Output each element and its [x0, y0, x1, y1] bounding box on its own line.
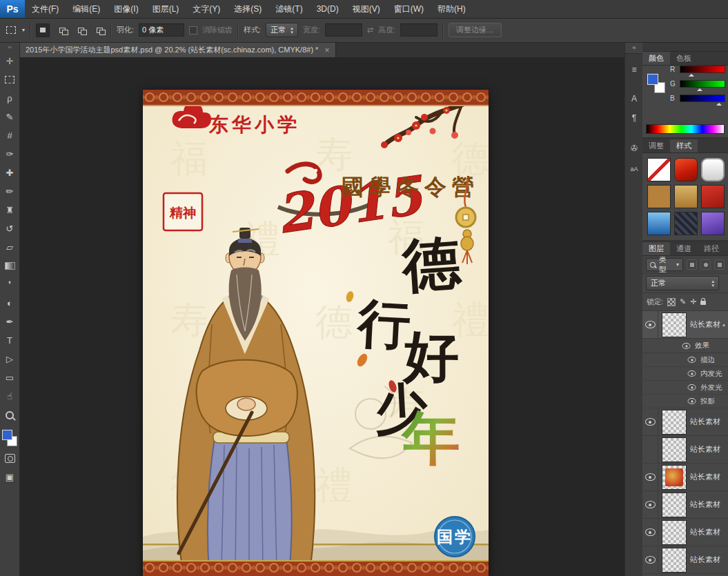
subtract-selection-button[interactable]: [75, 24, 87, 37]
effect-eye-icon[interactable]: [688, 398, 696, 404]
gradient-tool[interactable]: [1, 257, 19, 275]
effect-row-drop-shadow[interactable]: 投影: [642, 395, 728, 408]
effects-header-row[interactable]: 效果: [642, 339, 728, 353]
menu-file[interactable]: 文件(F): [25, 0, 66, 18]
menu-help[interactable]: 帮助(H): [431, 0, 473, 18]
visibility-toggle[interactable]: [642, 311, 658, 338]
red-slider-knob[interactable]: [689, 71, 694, 77]
effect-eye-icon[interactable]: [688, 384, 696, 390]
intersect-selection-button[interactable]: [93, 24, 106, 37]
visibility-toggle[interactable]: [642, 546, 658, 573]
tab-adjustments[interactable]: 调整: [642, 139, 670, 152]
layer-thumbnail[interactable]: [662, 548, 687, 573]
layer-row[interactable]: 站长素材: [642, 519, 728, 546]
green-slider-knob[interactable]: [697, 86, 702, 91]
visibility-toggle[interactable]: [642, 436, 658, 463]
menu-3d[interactable]: 3D(D): [310, 0, 346, 18]
tool-preset-caret-icon[interactable]: ▾: [22, 28, 25, 33]
style-swatch[interactable]: [647, 212, 671, 235]
feather-input[interactable]: 0 像素: [139, 23, 184, 37]
filter-pixel-layers-icon[interactable]: [687, 259, 697, 270]
visibility-toggle[interactable]: [642, 519, 658, 546]
blur-tool[interactable]: ❜: [1, 275, 19, 294]
style-swatch[interactable]: [674, 212, 698, 235]
layer-thumbnail[interactable]: [662, 312, 687, 337]
layer-row-hidden[interactable]: 站长素材: [642, 436, 728, 464]
lock-position-icon[interactable]: ✛: [690, 298, 696, 306]
layer-row[interactable]: 站长素材: [642, 491, 728, 519]
layer-thumbnail[interactable]: [662, 410, 687, 435]
menu-image[interactable]: 图像(I): [107, 0, 145, 18]
filter-adjustment-layers-icon[interactable]: [700, 259, 711, 270]
canvas-area[interactable]: 福 寿 德 禮 福 寿 德 禮 福 寿 德 禮: [19, 57, 624, 576]
menu-window[interactable]: 窗口(W): [387, 0, 431, 18]
layer-thumbnail[interactable]: [662, 465, 687, 490]
style-swatch[interactable]: [647, 185, 671, 208]
menu-view[interactable]: 视图(V): [346, 0, 387, 18]
zoom-tool[interactable]: [1, 406, 19, 424]
height-input[interactable]: [400, 23, 437, 37]
eraser-tool[interactable]: ▱: [1, 238, 19, 257]
tab-color[interactable]: 颜色: [642, 52, 670, 65]
visibility-toggle[interactable]: [642, 408, 658, 435]
filter-type-layers-icon[interactable]: [714, 259, 725, 270]
style-swatch[interactable]: [674, 158, 698, 181]
lock-transparency-icon[interactable]: [667, 298, 676, 306]
marquee-tool[interactable]: [1, 70, 19, 89]
history-brush-tool[interactable]: ↺: [1, 219, 19, 238]
effect-eye-icon[interactable]: [688, 370, 696, 377]
tab-channels[interactable]: 通道: [670, 242, 698, 255]
lock-pixels-icon[interactable]: ✎: [680, 298, 686, 306]
tab-paths[interactable]: 路径: [698, 242, 725, 255]
layer-thumbnail[interactable]: [662, 520, 687, 545]
antialias-checkbox[interactable]: [189, 26, 197, 34]
effect-row-outer-glow[interactable]: 外发光: [642, 381, 728, 395]
menu-select[interactable]: 选择(S): [227, 0, 268, 18]
crop-tool[interactable]: #: [1, 126, 19, 145]
lock-all-icon[interactable]: [700, 301, 706, 305]
blue-slider-knob[interactable]: [716, 100, 722, 106]
menu-filter[interactable]: 滤镜(T): [268, 0, 309, 18]
menu-edit[interactable]: 编辑(E): [66, 0, 107, 18]
character-panel-icon[interactable]: A: [627, 91, 642, 106]
dodge-tool[interactable]: ◐: [1, 294, 19, 312]
layer-row[interactable]: 站长素材 ▴: [642, 311, 728, 339]
green-slider[interactable]: [680, 80, 725, 88]
blue-slider[interactable]: [680, 95, 725, 102]
eyedropper-tool[interactable]: ✑: [1, 145, 19, 163]
expand-panels-button[interactable]: «: [625, 43, 643, 54]
effect-row-stroke[interactable]: 描边: [642, 353, 728, 367]
style-swatch-none[interactable]: [647, 158, 671, 181]
document-close-icon[interactable]: ×: [324, 46, 329, 55]
style-swatch[interactable]: [701, 212, 725, 235]
layer-row[interactable]: 站长素材: [642, 546, 728, 574]
new-selection-button[interactable]: [36, 23, 50, 37]
layer-row[interactable]: 站长素材: [642, 408, 728, 436]
visibility-toggle[interactable]: [642, 491, 658, 518]
effects-collapse-chevron-icon[interactable]: ▴: [722, 321, 725, 328]
blend-mode-select[interactable]: 正常 ▴▾: [646, 276, 719, 290]
move-tool[interactable]: ✛: [1, 52, 19, 70]
width-input[interactable]: [325, 23, 362, 37]
tab-swatches[interactable]: 色板: [670, 52, 698, 65]
pen-tool[interactable]: ✒: [1, 312, 19, 331]
swap-dimensions-icon[interactable]: ⇄: [367, 26, 373, 34]
tab-layers[interactable]: 图层: [642, 242, 670, 255]
effects-eye-icon[interactable]: [682, 343, 691, 349]
type-tool[interactable]: T: [1, 331, 19, 350]
style-select[interactable]: 正常 ▴▾: [266, 23, 298, 37]
clone-stamp-tool[interactable]: ♜: [1, 201, 19, 219]
document-tab[interactable]: 2015年小学国学活动主题psd素材.psd @ 20.2% (站长素材(sc.…: [19, 43, 336, 57]
healing-brush-tool[interactable]: ✚: [1, 163, 19, 182]
effect-eye-icon[interactable]: [688, 357, 696, 363]
foreground-color-swatch[interactable]: [2, 430, 12, 440]
red-slider[interactable]: [680, 66, 725, 73]
tool-preset-picker[interactable]: [5, 24, 17, 37]
effect-row-inner-glow[interactable]: 内发光: [642, 367, 728, 381]
layer-filter-type-select[interactable]: 类型 ▾: [646, 258, 683, 271]
document-canvas[interactable]: 福 寿 德 禮 福 寿 德 禮 福 寿 德 禮: [143, 90, 489, 576]
style-swatch[interactable]: [701, 185, 725, 208]
menu-layer[interactable]: 图层(L): [146, 0, 186, 18]
properties-panel-icon[interactable]: ≡: [627, 62, 642, 77]
lasso-tool[interactable]: ρ: [1, 89, 19, 108]
